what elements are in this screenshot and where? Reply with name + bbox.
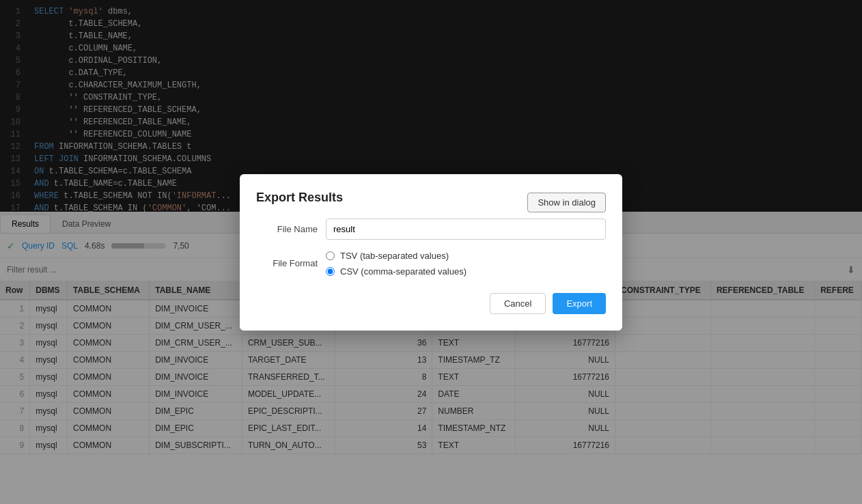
tsv-label: TSV (tab-separated values) bbox=[340, 251, 449, 261]
file-name-input[interactable] bbox=[326, 219, 606, 240]
modal-overlay: Export Results Show in dialog File Name … bbox=[0, 0, 862, 504]
tsv-radio[interactable] bbox=[326, 251, 335, 260]
cancel-button[interactable]: Cancel bbox=[490, 293, 546, 314]
show-in-dialog-area: Show in dialog bbox=[527, 193, 606, 212]
file-format-label: File Format bbox=[256, 258, 318, 268]
csv-option[interactable]: CSV (comma-separated values) bbox=[326, 266, 606, 277]
file-format-radio-group: TSV (tab-separated values) CSV (comma-se… bbox=[326, 251, 606, 277]
file-name-row: File Name bbox=[256, 219, 606, 240]
csv-label: CSV (comma-separated values) bbox=[340, 266, 467, 277]
modal-footer: Cancel Export bbox=[256, 293, 606, 314]
file-format-row: File Format TSV (tab-separated values) C… bbox=[256, 251, 606, 277]
show-in-dialog-button[interactable]: Show in dialog bbox=[527, 193, 606, 212]
export-dialog: Export Results Show in dialog File Name … bbox=[240, 174, 622, 331]
export-button[interactable]: Export bbox=[553, 293, 606, 314]
file-name-label: File Name bbox=[256, 224, 318, 234]
csv-radio[interactable] bbox=[326, 267, 335, 276]
tsv-option[interactable]: TSV (tab-separated values) bbox=[326, 251, 606, 261]
